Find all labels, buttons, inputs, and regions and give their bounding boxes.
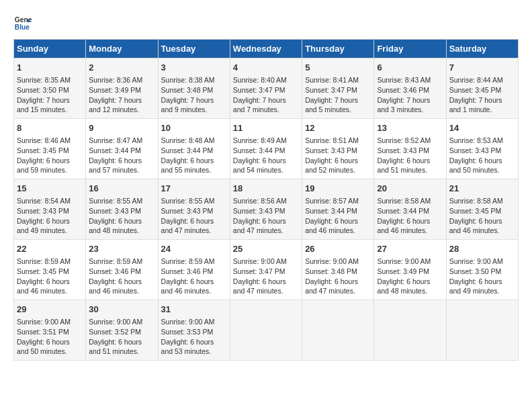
sunset-label: Sunset: 3:46 PM xyxy=(161,267,214,275)
day-number: 13 xyxy=(377,122,443,134)
day-number: 10 xyxy=(161,122,227,134)
page-header: General Blue xyxy=(13,13,519,32)
calendar-cell: 22Sunrise: 8:59 AMSunset: 3:45 PMDayligh… xyxy=(14,240,86,300)
sunset-label: Sunset: 3:50 PM xyxy=(17,86,69,94)
sunset-label: Sunset: 3:52 PM xyxy=(89,328,141,336)
calendar-cell: 1Sunrise: 8:35 AMSunset: 3:50 PMDaylight… xyxy=(14,58,86,119)
daylight-label: Daylight: 6 hours and 54 minutes. xyxy=(233,156,286,175)
calendar-cell: 12Sunrise: 8:51 AMSunset: 3:43 PMDayligh… xyxy=(302,119,374,179)
daylight-label: Daylight: 6 hours and 47 minutes. xyxy=(305,277,358,295)
sunset-label: Sunset: 3:43 PM xyxy=(233,207,285,215)
calendar-cell: 16Sunrise: 8:55 AMSunset: 3:43 PMDayligh… xyxy=(86,179,158,240)
sunrise-label: Sunrise: 8:46 AM xyxy=(17,136,71,144)
sunrise-label: Sunrise: 8:44 AM xyxy=(449,76,503,84)
sunset-label: Sunset: 3:44 PM xyxy=(305,207,357,215)
column-header-tuesday: Tuesday xyxy=(158,40,230,58)
sunrise-label: Sunrise: 8:59 AM xyxy=(89,257,142,265)
day-number: 12 xyxy=(305,122,371,134)
sunrise-label: Sunrise: 8:49 AM xyxy=(233,136,287,144)
day-number: 17 xyxy=(161,183,227,195)
day-number: 7 xyxy=(449,62,515,74)
day-number: 18 xyxy=(233,183,299,195)
calendar-cell: 8Sunrise: 8:46 AMSunset: 3:45 PMDaylight… xyxy=(14,119,86,179)
svg-text:General: General xyxy=(15,16,32,24)
sunset-label: Sunset: 3:43 PM xyxy=(89,207,141,215)
calendar-cell: 26Sunrise: 9:00 AMSunset: 3:48 PMDayligh… xyxy=(302,240,374,300)
sunrise-label: Sunrise: 8:54 AM xyxy=(17,197,71,205)
daylight-label: Daylight: 6 hours and 51 minutes. xyxy=(377,156,430,175)
sunset-label: Sunset: 3:45 PM xyxy=(17,146,69,154)
sunrise-label: Sunrise: 8:35 AM xyxy=(17,76,71,84)
calendar-cell: 19Sunrise: 8:57 AMSunset: 3:44 PMDayligh… xyxy=(302,179,374,240)
sunset-label: Sunset: 3:44 PM xyxy=(377,207,429,215)
daylight-label: Daylight: 6 hours and 57 minutes. xyxy=(89,156,142,175)
sunrise-label: Sunrise: 8:55 AM xyxy=(89,197,142,205)
daylight-label: Daylight: 6 hours and 48 minutes. xyxy=(377,277,430,295)
sunset-label: Sunset: 3:44 PM xyxy=(89,146,141,154)
day-number: 9 xyxy=(89,122,154,134)
week-row-1: 1Sunrise: 8:35 AMSunset: 3:50 PMDaylight… xyxy=(14,58,519,119)
calendar-cell xyxy=(374,300,446,361)
sunset-label: Sunset: 3:43 PM xyxy=(305,146,357,154)
day-number: 14 xyxy=(449,122,515,134)
sunrise-label: Sunrise: 9:00 AM xyxy=(161,318,215,326)
calendar-cell: 15Sunrise: 8:54 AMSunset: 3:43 PMDayligh… xyxy=(14,179,86,240)
logo: General Blue xyxy=(13,13,32,32)
daylight-label: Daylight: 7 hours and 15 minutes. xyxy=(17,96,70,114)
calendar-cell: 4Sunrise: 8:40 AMSunset: 3:47 PMDaylight… xyxy=(230,58,302,119)
daylight-label: Daylight: 6 hours and 47 minutes. xyxy=(233,277,286,295)
calendar-cell: 14Sunrise: 8:53 AMSunset: 3:43 PMDayligh… xyxy=(446,119,518,179)
calendar-cell: 20Sunrise: 8:58 AMSunset: 3:44 PMDayligh… xyxy=(374,179,446,240)
sunrise-label: Sunrise: 8:43 AM xyxy=(377,76,431,84)
calendar-cell: 27Sunrise: 9:00 AMSunset: 3:49 PMDayligh… xyxy=(374,240,446,300)
daylight-label: Daylight: 6 hours and 46 minutes. xyxy=(377,217,430,235)
day-number: 1 xyxy=(17,62,83,74)
calendar-cell: 3Sunrise: 8:38 AMSunset: 3:48 PMDaylight… xyxy=(158,58,230,119)
daylight-label: Daylight: 7 hours and 1 minute. xyxy=(449,96,502,114)
calendar-cell: 6Sunrise: 8:43 AMSunset: 3:46 PMDaylight… xyxy=(374,58,446,119)
sunset-label: Sunset: 3:47 PM xyxy=(233,267,285,275)
day-number: 15 xyxy=(17,183,83,195)
daylight-label: Daylight: 6 hours and 50 minutes. xyxy=(17,338,70,356)
sunset-label: Sunset: 3:49 PM xyxy=(377,267,429,275)
sunset-label: Sunset: 3:44 PM xyxy=(233,146,285,154)
sunrise-label: Sunrise: 8:53 AM xyxy=(449,136,503,144)
sunset-label: Sunset: 3:43 PM xyxy=(377,146,429,154)
sunset-label: Sunset: 3:53 PM xyxy=(161,328,214,336)
week-row-5: 29Sunrise: 9:00 AMSunset: 3:51 PMDayligh… xyxy=(14,300,519,361)
sunrise-label: Sunrise: 9:00 AM xyxy=(305,257,359,265)
day-number: 19 xyxy=(305,183,371,195)
column-header-monday: Monday xyxy=(86,40,158,58)
day-number: 2 xyxy=(89,62,154,74)
daylight-label: Daylight: 6 hours and 46 minutes. xyxy=(89,277,142,295)
column-header-wednesday: Wednesday xyxy=(230,40,302,58)
sunrise-label: Sunrise: 9:00 AM xyxy=(89,318,142,326)
sunrise-label: Sunrise: 8:56 AM xyxy=(233,197,287,205)
calendar-cell: 13Sunrise: 8:52 AMSunset: 3:43 PMDayligh… xyxy=(374,119,446,179)
daylight-label: Daylight: 6 hours and 46 minutes. xyxy=(17,277,70,295)
sunrise-label: Sunrise: 8:40 AM xyxy=(233,76,287,84)
calendar-cell: 11Sunrise: 8:49 AMSunset: 3:44 PMDayligh… xyxy=(230,119,302,179)
daylight-label: Daylight: 6 hours and 49 minutes. xyxy=(449,277,502,295)
day-number: 5 xyxy=(305,62,371,74)
day-number: 28 xyxy=(449,243,515,255)
sunset-label: Sunset: 3:44 PM xyxy=(161,146,214,154)
sunrise-label: Sunrise: 8:48 AM xyxy=(161,136,215,144)
daylight-label: Daylight: 6 hours and 47 minutes. xyxy=(161,217,214,235)
daylight-label: Daylight: 7 hours and 9 minutes. xyxy=(161,96,214,114)
sunrise-label: Sunrise: 8:58 AM xyxy=(377,197,431,205)
day-number: 31 xyxy=(161,304,227,316)
calendar-cell: 24Sunrise: 8:59 AMSunset: 3:46 PMDayligh… xyxy=(158,240,230,300)
column-header-thursday: Thursday xyxy=(302,40,374,58)
week-row-3: 15Sunrise: 8:54 AMSunset: 3:43 PMDayligh… xyxy=(14,179,519,240)
calendar-cell: 29Sunrise: 9:00 AMSunset: 3:51 PMDayligh… xyxy=(14,300,86,361)
sunrise-label: Sunrise: 8:58 AM xyxy=(449,197,503,205)
sunrise-label: Sunrise: 8:59 AM xyxy=(17,257,71,265)
logo-icon: General Blue xyxy=(13,13,32,32)
daylight-label: Daylight: 7 hours and 3 minutes. xyxy=(377,96,430,114)
daylight-label: Daylight: 6 hours and 49 minutes. xyxy=(17,217,70,235)
calendar-cell: 9Sunrise: 8:47 AMSunset: 3:44 PMDaylight… xyxy=(86,119,158,179)
calendar-cell: 31Sunrise: 9:00 AMSunset: 3:53 PMDayligh… xyxy=(158,300,230,361)
daylight-label: Daylight: 6 hours and 55 minutes. xyxy=(161,156,214,175)
sunrise-label: Sunrise: 8:59 AM xyxy=(161,257,215,265)
